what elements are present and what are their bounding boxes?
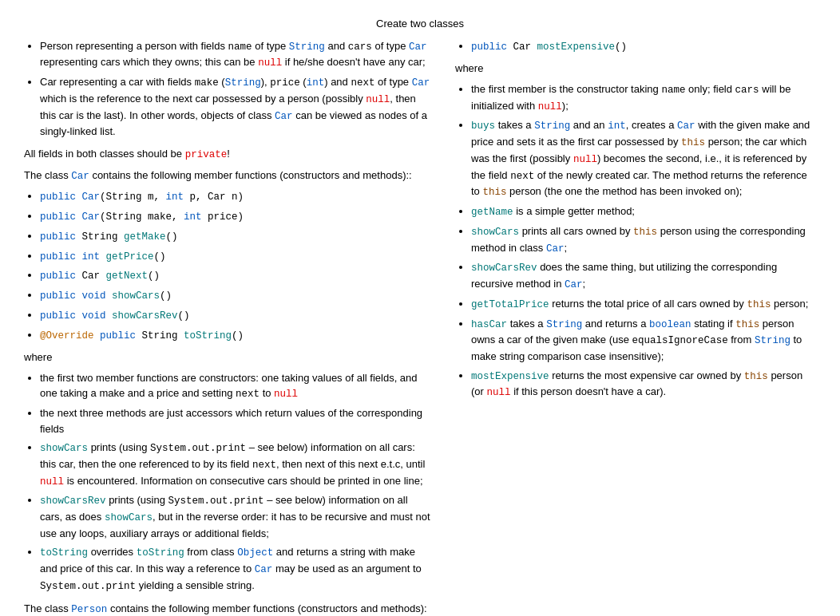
- mostexpensive-desc: mostExpensive returns the most expensive…: [471, 368, 816, 401]
- car-where-list: the first two member functions are const…: [40, 370, 431, 594]
- car-methods-intro: The class Car contains the following mem…: [24, 168, 431, 184]
- right-where-label: where: [455, 61, 816, 77]
- person-where-list: the first member is the constructor taki…: [471, 81, 816, 401]
- tostring-desc: toString overrides toString from class O…: [40, 544, 431, 594]
- left-column: Person representing a person with fields…: [24, 38, 431, 617]
- car-methods-list: public Car(String m, int p, Car n) publi…: [40, 188, 431, 343]
- person-showcars-desc: showCars prints all cars owned by this p…: [471, 223, 816, 257]
- intro-title: Create two classes: [24, 16, 816, 32]
- car-where-label: where: [24, 349, 431, 365]
- car-constructor2: public Car(String make, int price): [40, 208, 431, 225]
- showcarsrev-desc: showCarsRev prints (using System.out.pri…: [40, 492, 431, 541]
- car-showcarsrev: public void showCarsRev(): [40, 307, 431, 324]
- main-content: Create two classes Person representing a…: [24, 16, 816, 616]
- getname-desc: getName is a simple getter method;: [471, 203, 816, 220]
- gettotalprice-desc: getTotalPrice returns the total price of…: [471, 296, 816, 313]
- most-expensive-method: public Car mostExpensive(): [471, 38, 816, 55]
- right-top-list: public Car mostExpensive(): [471, 38, 816, 55]
- person-class-desc: Person representing a person with fields…: [40, 38, 431, 72]
- car-getprice: public int getPrice(): [40, 248, 431, 265]
- buys-desc: buys takes a String and an int, creates …: [471, 117, 816, 200]
- car-class-desc: Car representing a car with fields make …: [40, 74, 431, 140]
- car-showcars: public void showCars(): [40, 287, 431, 304]
- right-column: public Car mostExpensive() where the fir…: [455, 38, 816, 617]
- hascar-desc: hasCar takes a String and returns a bool…: [471, 316, 816, 365]
- person-showcarsrev-desc: showCarsRev does the same thing, but uti…: [471, 259, 816, 293]
- class-intro-list: Person representing a person with fields…: [40, 38, 431, 140]
- car-getnext: public Car getNext(): [40, 267, 431, 284]
- person-methods-intro: The class Person contains the following …: [24, 601, 431, 617]
- car-getmake: public String getMake(): [40, 228, 431, 245]
- car-tostring: @Override public String toString(): [40, 327, 431, 344]
- car-constructors-desc: the first two member functions are const…: [40, 370, 431, 402]
- fields-note: All fields in both classes should be pri…: [24, 146, 431, 163]
- car-constructor1: public Car(String m, int p, Car n): [40, 188, 431, 205]
- constructor-desc: the first member is the constructor taki…: [471, 81, 816, 115]
- car-accessors-desc: the next three methods are just accessor…: [40, 405, 431, 436]
- showcars-desc: showCars prints (using System.out.print …: [40, 440, 431, 489]
